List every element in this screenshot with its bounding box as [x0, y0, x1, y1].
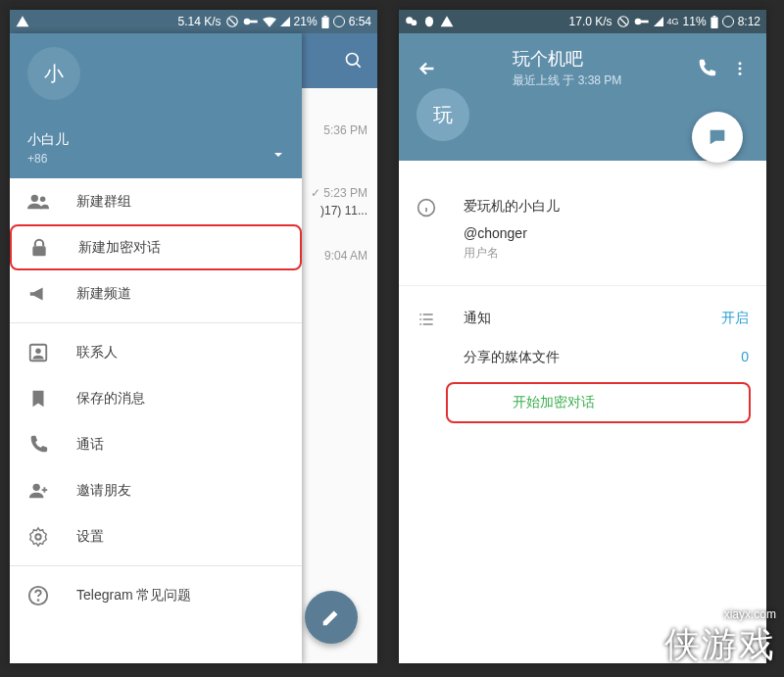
progress-circle-icon — [333, 16, 345, 27]
more-icon[interactable] — [731, 58, 749, 79]
signal-label: 4G — [667, 17, 679, 26]
menu-label: 设置 — [76, 528, 104, 546]
nav-drawer: 小 小白儿 +86 新建群组 新建加密对话 新建频道 联系人 — [10, 33, 302, 663]
compose-fab[interactable] — [305, 591, 358, 644]
menu-saved[interactable]: 保存的消息 — [10, 375, 302, 421]
menu-label: 新建加密对话 — [78, 239, 161, 257]
profile-subtitle: 最近上线 于 3:38 PM — [513, 73, 682, 89]
contact-icon — [27, 342, 49, 363]
menu-new-channel[interactable]: 新建频道 — [10, 270, 302, 316]
chat-time-1: 5:36 PM — [299, 123, 377, 137]
notifications-row[interactable]: 通知 开启 — [399, 300, 766, 339]
menu-label: 联系人 — [76, 344, 118, 362]
watermark-text: 侠游戏 — [664, 625, 776, 664]
menu-label: 新建频道 — [76, 285, 131, 303]
add-person-icon — [27, 480, 49, 502]
svg-point-16 — [411, 20, 416, 25]
media-value: 0 — [741, 349, 749, 364]
shared-media-row[interactable]: 分享的媒体文件 0 — [399, 339, 766, 376]
info-username: @chonger — [464, 225, 749, 241]
info-row: 爱玩机的小白儿 @chonger 用户名 — [399, 188, 766, 271]
menu-new-secret-chat[interactable]: 新建加密对话 — [10, 224, 302, 270]
list-icon — [416, 310, 436, 329]
svg-point-10 — [35, 348, 41, 354]
avatar-char: 玩 — [433, 102, 453, 128]
menu-label: 保存的消息 — [76, 390, 145, 408]
drawer-phone: +86 — [27, 152, 284, 166]
lock-icon — [29, 237, 49, 259]
group-icon — [27, 191, 49, 213]
svg-point-14 — [38, 600, 39, 601]
phone-left: 5.14 K/s 21% 6:54 5:36 PM ✓ 5:23 PM )17)… — [10, 10, 377, 663]
svg-rect-8 — [32, 246, 45, 256]
svg-rect-22 — [712, 16, 715, 17]
phone-icon[interactable] — [696, 58, 717, 79]
menu-settings[interactable]: 设置 — [10, 513, 302, 559]
phone-right: 17.0 K/s 4G 11% 8:12 玩个机吧 最近上线 于 3:38 PM… — [399, 10, 766, 663]
nosync-icon — [225, 15, 239, 28]
secret-chat-label: 开始加密对话 — [513, 394, 595, 411]
chat-icon — [707, 126, 728, 148]
drawer-header: 小 小白儿 +86 — [10, 33, 302, 178]
net-speed: 17.0 K/s — [569, 15, 612, 28]
svg-rect-3 — [321, 17, 328, 28]
menu-invite[interactable]: 邀请朋友 — [10, 467, 302, 513]
menu-faq[interactable]: Telegram 常见问题 — [10, 572, 302, 618]
vpn-key-icon — [634, 17, 650, 26]
notif-icon — [16, 15, 29, 28]
qq-icon — [422, 15, 436, 28]
back-arrow-icon[interactable] — [416, 58, 438, 79]
clock-time: 8:12 — [738, 15, 760, 28]
chevron-down-icon[interactable] — [270, 147, 286, 163]
bookmark-icon — [27, 388, 49, 410]
phone-icon — [27, 434, 49, 456]
battery-icon — [710, 16, 718, 28]
svg-rect-20 — [640, 21, 648, 24]
battery-pct: 21% — [294, 15, 318, 28]
svg-point-24 — [739, 67, 742, 70]
svg-point-11 — [33, 483, 40, 490]
message-fab[interactable] — [692, 112, 743, 163]
svg-rect-2 — [249, 21, 257, 24]
info-username-label: 用户名 — [464, 245, 749, 262]
notif-label: 通知 — [464, 310, 491, 325]
svg-rect-4 — [323, 16, 326, 17]
menu-label: 新建群组 — [76, 193, 131, 211]
menu-contacts[interactable]: 联系人 — [10, 329, 302, 375]
watermark: xiayx.com 侠游戏 — [664, 607, 776, 669]
svg-point-25 — [739, 72, 742, 74]
help-icon — [27, 585, 49, 606]
menu-label: Telegram 常见问题 — [76, 587, 191, 604]
info-name: 爱玩机的小白儿 — [464, 198, 749, 216]
info-icon — [416, 198, 436, 218]
vpn-key-icon — [243, 17, 259, 26]
chat-time-2: ✓ 5:23 PM — [299, 186, 377, 200]
start-secret-chat-row[interactable]: 开始加密对话 — [446, 382, 751, 423]
battery-pct: 11% — [683, 15, 707, 28]
chat-header — [299, 33, 377, 88]
wifi-icon — [263, 17, 276, 27]
pencil-icon — [320, 606, 342, 628]
menu-new-group[interactable]: 新建群组 — [10, 178, 302, 224]
gear-icon — [27, 526, 49, 548]
notif-value: 开启 — [721, 310, 749, 327]
signal-icon — [654, 17, 663, 26]
divider — [10, 322, 302, 323]
menu-calls[interactable]: 通话 — [10, 421, 302, 467]
profile-avatar[interactable]: 玩 — [416, 88, 469, 141]
drawer-username: 小白儿 — [27, 131, 284, 149]
warning-icon — [440, 15, 454, 28]
search-icon[interactable] — [344, 51, 364, 71]
svg-point-6 — [31, 194, 38, 201]
chat-text-2: )17) 11... — [299, 204, 377, 218]
clock-time: 6:54 — [349, 15, 371, 28]
signal-icon — [280, 17, 290, 26]
status-bar: 5.14 K/s 21% 6:54 — [10, 10, 377, 33]
svg-point-12 — [35, 534, 41, 540]
avatar[interactable]: 小 — [27, 47, 80, 100]
svg-point-19 — [634, 19, 641, 25]
menu-label: 通话 — [76, 436, 104, 454]
nosync-icon — [616, 15, 630, 28]
svg-point-1 — [243, 19, 250, 25]
svg-point-5 — [347, 54, 359, 66]
